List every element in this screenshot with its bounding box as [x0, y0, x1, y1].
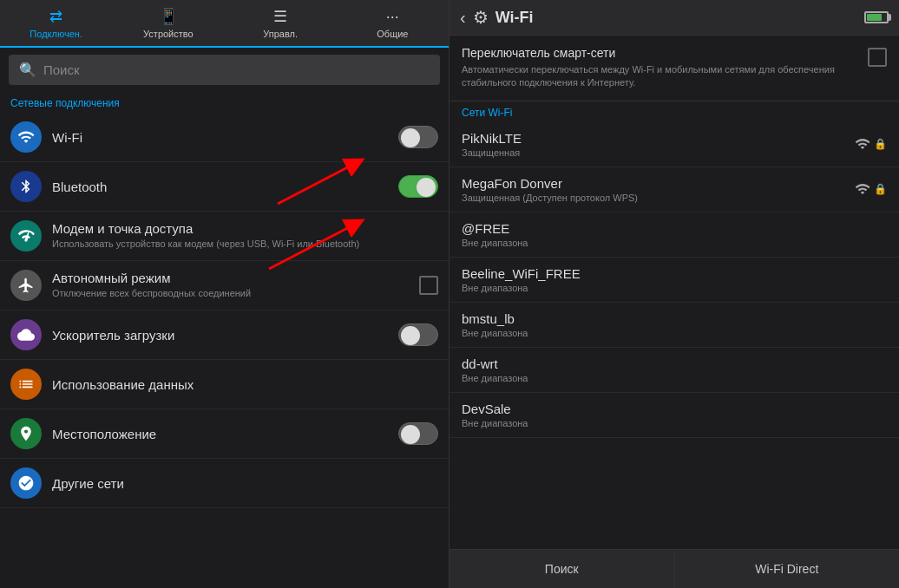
- network-item-bmstu[interactable]: bmstu_lb Вне диапазона: [450, 303, 899, 348]
- pikniklte-signal: 🔒: [853, 136, 887, 152]
- bmstu-status: Вне диапазона: [462, 328, 887, 338]
- location-icon: [10, 418, 42, 449]
- free-status: Вне диапазона: [462, 238, 887, 248]
- location-toggle[interactable]: [398, 422, 438, 445]
- bottom-bar: Поиск Wi-Fi Direct: [450, 549, 899, 588]
- devsale-status: Вне диапазона: [462, 418, 887, 428]
- megafon-name: MegaFon Donver: [462, 176, 853, 191]
- wifi-icon: [10, 121, 42, 153]
- datausage-icon: [10, 369, 42, 400]
- settings-item-modem[interactable]: Модем и точка доступа Использовать устро…: [0, 212, 449, 261]
- search-bar[interactable]: 🔍 Поиск: [9, 55, 440, 85]
- settings-item-booster[interactable]: Ускоритель загрузки: [0, 310, 449, 360]
- beeline-status: Вне диапазона: [462, 283, 887, 293]
- bmstu-text: bmstu_lb Вне диапазона: [462, 311, 887, 338]
- network-item-beeline[interactable]: Beeline_WiFi_FREE Вне диапазона: [450, 258, 899, 303]
- controls-icon: ☰: [273, 7, 287, 26]
- battery-indicator: [864, 11, 889, 23]
- booster-toggle-knob: [401, 326, 420, 345]
- tab-bar: ⇄ Подключен. 📱 Устройство ☰ Управл. ··· …: [0, 0, 449, 48]
- tab-device[interactable]: 📱 Устройство: [112, 0, 224, 46]
- general-icon: ···: [386, 8, 399, 26]
- network-item-pikniklte[interactable]: PikNikLTE Защищенная 🔒: [450, 122, 899, 167]
- search-placeholder: Поиск: [43, 62, 80, 77]
- settings-item-datausage[interactable]: Использование данных: [0, 360, 449, 409]
- settings-item-othernets[interactable]: Другие сети: [0, 459, 449, 508]
- search-icon: 🔍: [19, 62, 36, 78]
- megafon-lock: 🔒: [874, 183, 887, 195]
- booster-title: Ускоритель загрузки: [52, 328, 398, 343]
- tab-connections-label: Подключен.: [30, 29, 82, 39]
- tab-general-label: Общие: [377, 29, 408, 39]
- devsale-name: DevSale: [462, 402, 887, 416]
- free-text: @FREE Вне диапазона: [462, 221, 887, 248]
- tab-controls[interactable]: ☰ Управл.: [225, 0, 337, 46]
- bluetooth-text: Bluetooth: [52, 180, 398, 194]
- tab-connections[interactable]: ⇄ Подключен.: [0, 0, 112, 48]
- othernets-title: Другие сети: [52, 476, 438, 491]
- airplane-title: Автономный режим: [52, 271, 419, 285]
- othernets-icon: [10, 467, 42, 499]
- bmstu-name: bmstu_lb: [462, 311, 887, 326]
- tab-general[interactable]: ··· Общие: [337, 0, 449, 46]
- wifi-text: Wi-Fi: [52, 130, 398, 145]
- othernets-text: Другие сети: [52, 476, 438, 491]
- airplane-checkbox[interactable]: [419, 276, 438, 295]
- network-item-ddwrt[interactable]: dd-wrt Вне диапазона: [450, 348, 899, 393]
- ddwrt-text: dd-wrt Вне диапазона: [462, 356, 887, 383]
- wifi-networks-header: Сети Wi-Fi: [450, 101, 899, 122]
- modem-subtitle: Использовать устройство как модем (через…: [52, 238, 438, 250]
- tab-controls-label: Управл.: [263, 29, 298, 39]
- megafon-text: MegaFon Donver Защищенная (Доступен прот…: [462, 176, 853, 203]
- free-name: @FREE: [462, 221, 887, 236]
- bluetooth-icon: [10, 171, 42, 202]
- pikniklte-lock: 🔒: [874, 138, 887, 150]
- bluetooth-title: Bluetooth: [52, 180, 398, 194]
- smart-switch-title: Переключатель смарт-сети: [462, 46, 859, 60]
- location-toggle-knob: [401, 425, 420, 444]
- location-title: Местоположение: [52, 427, 398, 441]
- megafon-status: Защищенная (Доступен протокол WPS): [462, 193, 853, 203]
- airplane-subtitle: Отключение всех беспроводных соединений: [52, 287, 419, 299]
- settings-item-airplane[interactable]: Автономный режим Отключение всех беспров…: [0, 261, 449, 310]
- airplane-text: Автономный режим Отключение всех беспров…: [52, 271, 419, 299]
- ddwrt-status: Вне диапазона: [462, 373, 887, 383]
- battery-icon: [864, 11, 889, 23]
- wifidirect-button[interactable]: Wi-Fi Direct: [675, 550, 900, 588]
- network-item-devsale[interactable]: DevSale Вне диапазона: [450, 393, 899, 438]
- modem-title: Модем и точка доступа: [52, 221, 438, 236]
- network-item-free[interactable]: @FREE Вне диапазона: [450, 212, 899, 258]
- settings-item-location[interactable]: Местоположение: [0, 409, 449, 459]
- tab-device-label: Устройство: [143, 29, 194, 39]
- devsale-text: DevSale Вне диапазона: [462, 402, 887, 428]
- network-item-megafon[interactable]: MegaFon Donver Защищенная (Доступен прот…: [450, 167, 899, 212]
- datausage-text: Использование данных: [52, 377, 438, 392]
- smart-switch-checkbox[interactable]: [868, 48, 887, 67]
- right-header: ‹ ⚙ Wi-Fi: [450, 0, 899, 36]
- bluetooth-toggle-knob: [417, 178, 436, 197]
- booster-toggle[interactable]: [398, 323, 438, 346]
- modem-text: Модем и точка доступа Использовать устро…: [52, 221, 438, 250]
- battery-fill: [867, 14, 882, 21]
- smart-switch-desc: Автоматически переключаться между Wi-Fi …: [462, 63, 859, 90]
- ddwrt-name: dd-wrt: [462, 356, 887, 371]
- beeline-text: Beeline_WiFi_FREE Вне диапазона: [462, 266, 887, 293]
- airplane-icon: [10, 270, 42, 301]
- search-button[interactable]: Поиск: [450, 550, 675, 588]
- gear-icon[interactable]: ⚙: [473, 7, 489, 28]
- modem-icon: [10, 220, 42, 252]
- beeline-name: Beeline_WiFi_FREE: [462, 266, 887, 281]
- wifi-toggle[interactable]: [398, 126, 438, 148]
- booster-text: Ускоритель загрузки: [52, 328, 398, 343]
- connections-icon: ⇄: [49, 7, 62, 26]
- smart-switch-section: Переключатель смарт-сети Автоматически п…: [450, 36, 899, 101]
- settings-item-wifi[interactable]: Wi-Fi: [0, 113, 449, 162]
- datausage-title: Использование данных: [52, 377, 438, 392]
- wifi-title: Wi-Fi: [52, 130, 398, 145]
- back-button[interactable]: ‹: [460, 8, 466, 28]
- wifi-toggle-knob: [401, 128, 420, 147]
- right-panel: ‹ ⚙ Wi-Fi Переключатель смарт-сети Автом…: [450, 0, 899, 588]
- settings-item-bluetooth[interactable]: Bluetooth: [0, 162, 449, 212]
- bluetooth-toggle[interactable]: [398, 175, 438, 198]
- section-header-network: Сетевые подключения: [0, 92, 449, 113]
